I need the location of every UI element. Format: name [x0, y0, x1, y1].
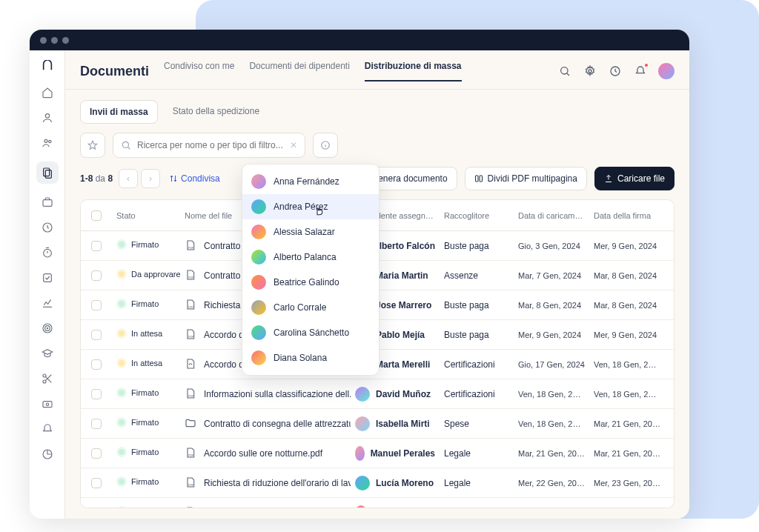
table-row[interactable]: FirmatoContratto di consegna delle attre…	[81, 409, 674, 439]
dropdown-item[interactable]: Andrea Pérez	[242, 194, 379, 219]
dropdown-item[interactable]: Anna Fernández	[242, 169, 379, 194]
row-checkbox[interactable]	[91, 300, 102, 310]
file-name: Contratto	[204, 270, 240, 281]
dropdown-item[interactable]: Carlo Corrale	[242, 295, 379, 320]
file-cell: PDFAccordo sulle ore notturne.pdf	[185, 447, 346, 460]
avatar	[251, 325, 266, 340]
dropdown-item[interactable]: Diana Solana	[242, 345, 379, 370]
pie-icon[interactable]	[41, 448, 54, 461]
clock-icon[interactable]	[41, 221, 54, 234]
scissors-icon[interactable]	[41, 372, 54, 385]
pager: 1-8 da 8 ‹ ›	[80, 169, 160, 188]
next-page-button[interactable]: ›	[141, 169, 160, 188]
check-square-icon[interactable]	[41, 271, 54, 285]
employee-name: Jose Marrero	[376, 300, 431, 310]
tab-shared-with-me[interactable]: Condiviso con me	[164, 61, 234, 82]
employee-cell: Manuel Perales	[355, 446, 435, 461]
money-icon[interactable]	[41, 397, 54, 410]
subtab-shipment-status[interactable]: Stato della spedizione	[164, 100, 268, 124]
avatar	[251, 174, 266, 189]
target-icon[interactable]	[41, 322, 54, 335]
file-type-icon: PDF	[185, 328, 198, 342]
generate-label: Genera documento	[371, 173, 448, 184]
table-row[interactable]: FirmatoPDFAccordo sulle ore notturne.pdf…	[81, 439, 674, 468]
sign-date: Ven, 18 Gen, 2024	[589, 360, 665, 369]
search-icon[interactable]	[557, 64, 572, 79]
col-folder[interactable]: Raccoglitore	[440, 211, 514, 220]
profile-avatar[interactable]	[658, 63, 675, 79]
svg-rect-4	[45, 170, 51, 179]
svg-rect-5	[43, 200, 52, 207]
upload-date: Ven, 18 Gen, 2024	[514, 390, 589, 399]
search-input-wrap: ✕	[113, 133, 305, 158]
upload-date: Mar, 7 Gen, 2024	[514, 271, 589, 280]
status-label: Da approvare	[131, 270, 180, 279]
row-checkbox[interactable]	[91, 419, 102, 429]
dropdown-item[interactable]: Alberto Palanca	[242, 245, 379, 270]
table-row[interactable]: FirmatoPDFInformazioni sulla classificaz…	[81, 379, 674, 409]
select-all-checkbox[interactable]	[91, 210, 102, 221]
sort-button[interactable]: Condivisa	[169, 173, 220, 184]
bell-icon[interactable]	[41, 422, 54, 436]
col-upload-date[interactable]: Data di caricamento	[514, 211, 589, 220]
sign-date: Mar, 21 Gen, 2024	[589, 449, 665, 458]
tab-mass-distribution[interactable]: Distribuzione di massa	[365, 61, 462, 82]
favorite-toggle[interactable]	[80, 133, 105, 158]
sign-date: Mar, 8 Gen, 2024	[589, 301, 665, 310]
settings-icon[interactable]	[583, 64, 597, 79]
activity-icon[interactable]	[608, 64, 623, 79]
svg-point-13	[43, 380, 46, 383]
team-icon[interactable]	[41, 136, 54, 150]
row-checkbox[interactable]	[91, 389, 102, 399]
tab-employee-docs[interactable]: Documenti dei dipendenti	[249, 61, 349, 82]
dropdown-item-label: Carolina Sánchetto	[274, 327, 349, 338]
employee-cell: Isabella Mirti	[355, 416, 435, 431]
documents-icon[interactable]	[36, 162, 59, 184]
clear-search-icon[interactable]: ✕	[290, 140, 297, 150]
subtab-mass-sends[interactable]: Invii di massa	[80, 100, 158, 124]
table-row[interactable]: FirmatoPDFPolitica di registro ingresso …	[81, 498, 674, 508]
row-checkbox[interactable]	[91, 359, 102, 370]
table-row[interactable]: FirmatoPDFRichiesta di riduzione dell'or…	[81, 468, 674, 498]
info-button[interactable]	[313, 133, 338, 158]
briefcase-icon[interactable]	[41, 196, 54, 209]
status-badge: Firmato	[116, 506, 159, 508]
row-checkbox[interactable]	[91, 478, 102, 488]
user-icon[interactable]	[41, 111, 54, 124]
notifications-icon[interactable]	[633, 64, 648, 79]
split-pdf-button[interactable]: Dividi PDF multipagina	[465, 167, 587, 190]
status-badge: Firmato	[116, 476, 159, 487]
file-type-icon: PDF	[185, 388, 198, 401]
svg-point-18	[589, 70, 591, 73]
file-cell: PDFPolitica di registro ingresso e uscit…	[185, 506, 346, 509]
status-label: Firmato	[131, 418, 159, 427]
app-logo[interactable]	[39, 58, 56, 74]
svg-rect-14	[43, 402, 52, 408]
folder-cell: Certificazioni	[440, 389, 514, 399]
folder-cell: Buste paga	[440, 330, 514, 340]
col-status[interactable]: Stato	[112, 211, 180, 220]
home-icon[interactable]	[41, 86, 54, 99]
employee-name: Marta Merelli	[376, 359, 430, 370]
topbar-actions	[557, 63, 675, 79]
row-checkbox[interactable]	[91, 330, 102, 340]
chart-icon[interactable]	[41, 296, 54, 310]
col-sign-date[interactable]: Data della firma	[589, 211, 665, 220]
prev-page-button[interactable]: ‹	[119, 169, 138, 188]
dropdown-item-label: Alessia Salazar	[274, 227, 335, 237]
dropdown-item[interactable]: Carolina Sánchetto	[242, 320, 379, 345]
employee-name: Isabella Mirti	[376, 419, 430, 429]
row-checkbox[interactable]	[91, 448, 102, 459]
search-input[interactable]	[137, 140, 284, 150]
row-checkbox[interactable]	[91, 241, 102, 251]
folder-cell: Certificazioni	[440, 359, 514, 370]
dropdown-item[interactable]: Alessia Salazar	[242, 219, 379, 245]
upload-file-button[interactable]: Caricare file	[594, 167, 675, 190]
row-checkbox[interactable]	[91, 270, 102, 281]
row-checkbox[interactable]	[91, 508, 102, 509]
education-icon[interactable]	[41, 347, 54, 360]
timer-icon[interactable]	[41, 246, 54, 259]
folder-cell: Legale	[440, 448, 514, 459]
dropdown-item[interactable]: Beatrice Galindo	[242, 270, 379, 295]
app-body: Documenti Condiviso con me Documenti dei…	[30, 50, 689, 519]
